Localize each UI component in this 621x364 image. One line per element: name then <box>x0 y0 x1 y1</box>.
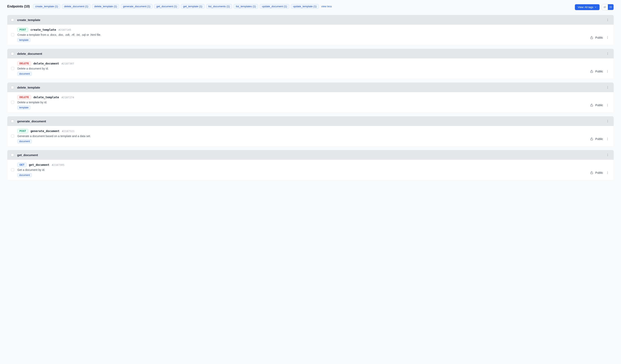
group-title: create_template <box>17 18 602 22</box>
list-numbered-view-button[interactable] <box>602 4 608 10</box>
card-right: Public <box>590 170 610 175</box>
endpoint-card: DELETE delete_template #2187274 Delete a… <box>7 92 614 113</box>
group-checkbox[interactable] <box>11 153 14 157</box>
view-tags-label: View: All tags <box>578 6 593 9</box>
group-checkbox[interactable] <box>11 86 14 89</box>
group-more-button[interactable] <box>605 152 610 157</box>
filter-tag[interactable]: get_template (1) <box>181 4 205 9</box>
svg-point-14 <box>607 37 608 38</box>
svg-point-36 <box>607 140 608 140</box>
unlock-icon <box>590 36 593 39</box>
list-bulleted-icon <box>609 6 612 8</box>
card-title-row: GET get_document #2187305 <box>11 163 610 167</box>
endpoint-tag[interactable]: document <box>17 139 32 143</box>
svg-point-21 <box>607 71 608 72</box>
filter-tag[interactable]: get_document (1) <box>154 4 179 9</box>
method-badge: POST <box>17 28 28 32</box>
filter-tag[interactable]: delete_template (1) <box>92 4 119 9</box>
list-bulleted-view-button[interactable] <box>608 4 614 10</box>
endpoint-checkbox[interactable] <box>11 134 14 137</box>
endpoint-more-button[interactable] <box>605 136 610 141</box>
svg-point-30 <box>607 120 608 120</box>
group-header: delete_template <box>7 83 614 92</box>
endpoint-more-button[interactable] <box>605 35 610 40</box>
svg-point-13 <box>607 36 608 37</box>
filter-tag[interactable]: update_document (1) <box>260 4 289 9</box>
group-title: get_document <box>17 153 602 157</box>
endpoint-description: Delete a template by id. <box>17 101 587 104</box>
more-vertical-icon <box>606 153 609 157</box>
endpoint-name: delete_document <box>33 62 59 65</box>
filter-tag[interactable]: create_template (1) <box>33 4 60 9</box>
group-more-button[interactable] <box>605 85 610 90</box>
card-left: Generate a document based on a template … <box>11 134 587 143</box>
filter-tag[interactable]: update_template (1) <box>291 4 319 9</box>
card-left: Get a document by id. document <box>11 168 587 177</box>
svg-rect-26 <box>591 105 593 106</box>
card-right: Public <box>590 136 610 141</box>
group-header: get_document <box>7 150 614 160</box>
endpoint-tag[interactable]: template <box>17 38 30 42</box>
group-title: delete_template <box>17 86 602 89</box>
endpoint-group: create_template POST create_template #21… <box>7 15 614 45</box>
endpoint-id: #2187145 <box>58 28 71 31</box>
svg-point-32 <box>607 122 608 122</box>
endpoint-name: generate_document <box>31 130 59 133</box>
group-more-button[interactable] <box>605 17 610 22</box>
group-header: generate_document <box>7 116 614 126</box>
endpoint-group: get_document GET get_document #2187305 G… <box>7 150 614 180</box>
desc-block: Delete a template by id. template <box>17 101 587 110</box>
endpoint-more-button[interactable] <box>605 103 610 108</box>
endpoint-checkbox[interactable] <box>11 101 14 104</box>
svg-rect-40 <box>591 172 593 174</box>
endpoint-description: Get a document by id. <box>17 168 587 171</box>
more-vertical-icon <box>606 86 609 89</box>
group-checkbox[interactable] <box>11 18 14 21</box>
svg-point-22 <box>607 72 608 73</box>
more-vertical-icon <box>606 70 609 73</box>
endpoint-more-button[interactable] <box>605 69 610 74</box>
endpoint-description: Create a template from a .docx, .doc, .o… <box>17 33 587 36</box>
svg-point-8 <box>610 8 610 8</box>
endpoint-checkbox[interactable] <box>11 67 14 70</box>
group-checkbox[interactable] <box>11 52 14 55</box>
group-header: create_template <box>7 15 614 25</box>
svg-point-11 <box>607 21 608 21</box>
endpoint-group: delete_document DELETE delete_document #… <box>7 49 614 79</box>
endpoint-description: Generate a document based on a template … <box>17 134 587 138</box>
desc-block: Generate a document based on a template … <box>17 134 587 143</box>
chevron-down-icon <box>594 6 597 8</box>
endpoint-more-button[interactable] <box>605 170 610 175</box>
group-header: delete_document <box>7 49 614 58</box>
filter-tag[interactable]: list_templates (1) <box>234 4 258 9</box>
unlock-icon <box>590 137 593 141</box>
endpoint-tag[interactable]: document <box>17 173 32 177</box>
more-vertical-icon <box>606 18 609 21</box>
filter-tag[interactable]: delete_document (1) <box>62 4 90 9</box>
svg-rect-19 <box>591 71 593 73</box>
endpoint-tag[interactable]: document <box>17 72 32 76</box>
endpoint-name: delete_template <box>33 96 59 99</box>
group-more-button[interactable] <box>605 119 610 124</box>
view-less-link[interactable]: view less <box>320 4 333 8</box>
card-body-row: Delete a template by id. template Public <box>11 101 610 110</box>
svg-point-29 <box>607 106 608 106</box>
card-title-row: DELETE delete_document #2187307 <box>11 61 610 66</box>
filter-tag[interactable]: list_documents (1) <box>206 4 232 9</box>
svg-point-38 <box>607 155 608 155</box>
group-checkbox[interactable] <box>11 120 14 123</box>
card-right: Public <box>590 35 610 40</box>
card-title-row: POST generate_document #2187321 <box>11 129 610 133</box>
card-title-row: DELETE delete_template #2187274 <box>11 95 610 99</box>
group-title: generate_document <box>17 119 602 123</box>
tags-block: Endpoints (10) create_template (1) delet… <box>7 4 572 9</box>
card-title-row: POST create_template #2187145 <box>11 28 610 32</box>
svg-point-18 <box>607 54 608 55</box>
endpoint-checkbox[interactable] <box>11 33 14 36</box>
endpoint-checkbox[interactable] <box>11 168 14 171</box>
view-tags-button[interactable]: View: All tags <box>575 4 600 10</box>
card-left: Create a template from a .docx, .doc, .o… <box>11 33 587 42</box>
endpoint-tag[interactable]: template <box>17 106 30 110</box>
filter-tag[interactable]: generate_document (1) <box>121 4 153 9</box>
group-more-button[interactable] <box>605 51 610 56</box>
